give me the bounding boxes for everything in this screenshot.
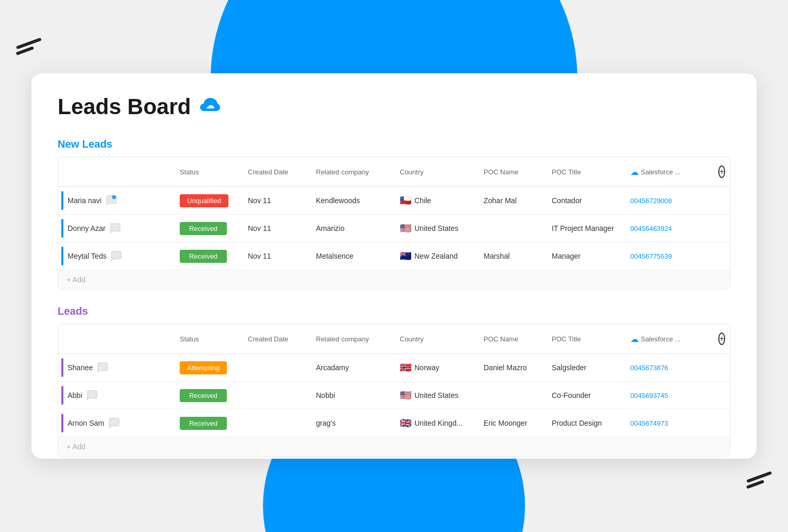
deco-bottom-right <box>746 475 772 490</box>
th-date-1: Created Date <box>242 162 310 181</box>
deco-top-left <box>16 42 42 57</box>
extra-cell-1 <box>708 196 729 205</box>
th-poc-title-2: POC Title <box>545 329 624 348</box>
leads-table: Status Created Date Related company Coun… <box>58 324 730 457</box>
leads-name-cell-2: Abbi <box>58 382 173 409</box>
new-leads-section: New Leads Status Created Date Related co… <box>58 138 730 290</box>
leads-company-cell-2: Nobbi <box>310 387 393 404</box>
leads-salesforce-cell-3[interactable]: 0045674973 <box>624 415 708 431</box>
chat-notification-icon: ! <box>106 195 117 206</box>
page-title-row: Leads Board ☁ <box>58 94 730 119</box>
flag-chile: 🇨🇱 <box>400 195 411 206</box>
leads-extra-cell-3 <box>708 419 729 427</box>
leads-salesforce-cell-1[interactable]: 0045673876 <box>624 360 708 376</box>
salesforce-link-3[interactable]: 00456775639 <box>630 252 672 260</box>
status-cell-3: Received <box>173 246 242 267</box>
new-leads-add-label[interactable]: + Add <box>67 275 85 284</box>
leads-chat-icon-3 <box>108 417 120 429</box>
leads-poc-title-cell-2: Co-Founder <box>545 387 624 404</box>
salesforce-link-1[interactable]: 00456729008 <box>630 197 672 205</box>
leads-chat-icon-2 <box>86 390 98 401</box>
th-country-2: Country <box>393 329 477 348</box>
leads-name-text-3: Arnon Sam <box>68 419 104 427</box>
leads-poc-title-cell-3: Product Design <box>545 415 624 431</box>
th-poc-name-2: POC Name <box>477 329 545 348</box>
leads-salesforce-cell-2[interactable]: 0045693745 <box>624 387 708 404</box>
status-badge-1: Unqualified <box>180 194 228 207</box>
row-accent-2 <box>61 219 63 238</box>
svg-text:☁: ☁ <box>206 101 214 110</box>
leads-company-cell-3: grag's <box>310 415 393 431</box>
salesforce-cell-3[interactable]: 00456775639 <box>624 248 708 264</box>
table-row: Meytal Teds Received Nov 11 Metalsence 🇳… <box>58 242 730 270</box>
table-row: Arnon Sam Received grag's 🇬🇧 United King… <box>58 409 730 437</box>
leads-poc-name-cell-3: Eric Moonger <box>477 415 545 431</box>
new-leads-header: New Leads <box>58 138 730 150</box>
extra-cell-3 <box>708 252 729 260</box>
th-poc-title-1: POC Title <box>545 162 624 181</box>
chat-icon-3 <box>111 250 122 262</box>
status-cell-1: Unqualified <box>173 190 242 212</box>
date-cell-2: Nov 11 <box>242 220 310 237</box>
chat-icon-2 <box>110 223 121 234</box>
leads-name-cell-3: Arnon Sam <box>58 409 173 437</box>
flag-norway: 🇳🇴 <box>400 362 411 373</box>
country-cell-1: 🇨🇱 Chile <box>393 191 477 210</box>
new-leads-title: New Leads <box>58 138 112 150</box>
add-column-button-2[interactable]: + <box>718 332 725 345</box>
leads-poc-title-cell-1: Salgsleder <box>545 359 624 376</box>
new-leads-add-row[interactable]: + Add <box>58 270 730 289</box>
leads-table-header: Status Created Date Related company Coun… <box>58 324 730 354</box>
name-cell-2: Donny Azar <box>58 215 173 242</box>
new-leads-table: Status Created Date Related company Coun… <box>58 157 730 290</box>
leads-name-text-1: Shanee <box>68 363 93 372</box>
th-name-2 <box>58 329 173 348</box>
leads-company-cell-1: Arcadamy <box>310 359 393 376</box>
leads-date-cell-3 <box>242 419 310 427</box>
status-badge-2: Received <box>180 222 227 235</box>
poc-name-cell-1: Zohar Mal <box>477 192 545 209</box>
name-text-3: Meytal Teds <box>68 252 106 260</box>
country-cell-3: 🇳🇿 New Zealand <box>393 246 477 266</box>
leads-salesforce-link-1[interactable]: 0045673876 <box>630 364 668 372</box>
th-status-2: Status <box>173 329 242 348</box>
company-cell-3: Metalsence <box>310 248 393 264</box>
leads-add-row[interactable]: + Add <box>58 437 730 456</box>
salesforce-link-2[interactable]: 00456463924 <box>630 225 672 232</box>
flag-uk: 🇬🇧 <box>400 417 411 429</box>
th-add-col-2: + <box>708 329 729 348</box>
leads-row-accent-3 <box>61 414 63 433</box>
leads-extra-cell-2 <box>708 391 729 400</box>
leads-status-cell-3: Received <box>173 413 242 434</box>
th-poc-name-1: POC Name <box>477 162 545 181</box>
company-cell-1: Kendlewoods <box>310 192 393 209</box>
name-text-2: Donny Azar <box>68 224 105 232</box>
new-leads-table-header: Status Created Date Related company Coun… <box>58 157 730 187</box>
salesforce-cell-2[interactable]: 00456463924 <box>624 220 708 237</box>
leads-status-badge-2: Received <box>180 389 227 402</box>
leads-country-cell-2: 🇺🇸 United States <box>393 385 477 405</box>
flag-us-2: 🇺🇸 <box>400 390 411 401</box>
company-cell-2: Amarizio <box>310 220 393 237</box>
name-text-1: Maria navi <box>68 196 102 205</box>
leads-country-cell-3: 🇬🇧 United Kingd... <box>393 413 477 433</box>
svg-text:!: ! <box>113 196 114 199</box>
poc-title-cell-2: IT Project Manager <box>545 220 624 237</box>
table-row: Maria navi ! Unqualified Nov 11 Kendlewo… <box>58 187 730 215</box>
leads-status-badge-1: Attempting <box>180 361 227 374</box>
leads-poc-name-cell-2 <box>477 391 545 400</box>
name-cell-1: Maria navi ! <box>58 187 173 214</box>
add-column-button-1[interactable]: + <box>718 165 725 178</box>
date-cell-1: Nov 11 <box>242 192 310 209</box>
poc-name-cell-3: Marshal <box>477 248 545 264</box>
extra-cell-2 <box>708 224 729 232</box>
leads-salesforce-link-2[interactable]: 0045693745 <box>630 392 668 400</box>
leads-title: Leads <box>58 305 88 317</box>
leads-header: Leads <box>58 305 730 317</box>
flag-nz: 🇳🇿 <box>400 250 411 262</box>
th-status-1: Status <box>173 162 242 181</box>
salesforce-cell-1[interactable]: 00456729008 <box>624 193 708 209</box>
leads-add-label[interactable]: + Add <box>67 442 85 451</box>
main-card: Leads Board ☁ New Leads Status Created D… <box>31 73 757 459</box>
leads-salesforce-link-3[interactable]: 0045674973 <box>630 419 668 427</box>
